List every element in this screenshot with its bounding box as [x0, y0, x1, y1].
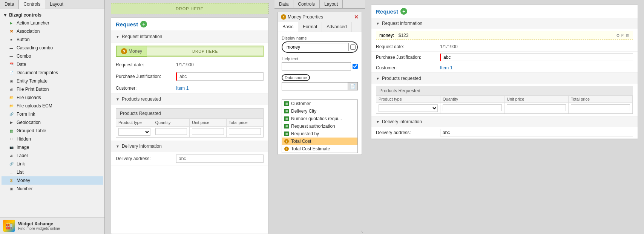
cell-product-type[interactable] [116, 127, 153, 137]
cell-total-price[interactable] [227, 127, 264, 137]
sidebar-tabs: Data Controls Layout [0, 0, 104, 9]
help-text-checkbox[interactable] [353, 64, 358, 69]
sidebar-item-label[interactable]: ⛸ Label [2, 151, 103, 160]
preview-cell-unit-price[interactable] [504, 103, 569, 113]
preview-cell-quantity[interactable] [440, 103, 504, 113]
money-widget-button[interactable]: $ Money [116, 46, 147, 57]
sidebar-item-date[interactable]: 📅 Date [2, 60, 103, 69]
quantity-input[interactable] [155, 128, 187, 135]
table-row [116, 126, 263, 137]
money-gear-icon[interactable]: ⚙ [616, 33, 620, 38]
tab-data[interactable]: Data [0, 0, 19, 9]
preview-purchase-just-input[interactable] [440, 54, 633, 61]
tab-controls[interactable]: Controls [19, 0, 45, 9]
money-icon: $ [8, 177, 14, 184]
preview-add-button[interactable]: + [400, 8, 407, 15]
help-text-input[interactable] [282, 62, 351, 70]
sidebar-item-action-launcher[interactable]: ► Action Launcher [2, 19, 103, 27]
sidebar-item-cascading-combo[interactable]: ▬ Cascading combo [2, 44, 103, 52]
preview-cell-product-type[interactable] [376, 103, 440, 113]
outer-tab-layout[interactable]: Layout [320, 0, 343, 8]
sidebar-item-list[interactable]: ☰ List [2, 168, 103, 176]
display-name-label: Display name [282, 36, 358, 40]
prop-tab-advanced[interactable]: Advanced [322, 22, 351, 32]
prop-tab-format[interactable]: Format [298, 22, 322, 32]
sidebar-item-association[interactable]: ✖ Association [2, 27, 103, 35]
drop-zone-top[interactable]: DROP HERE [111, 3, 268, 14]
sidebar-item-hidden[interactable]: □ Hidden [2, 135, 103, 143]
preview-delivery-chevron[interactable]: ▼ [376, 120, 380, 124]
sidebar-item-file-uploads[interactable]: 📂 File uploads [2, 93, 103, 102]
unit-price-input[interactable] [192, 128, 224, 135]
list-icon: ☰ [8, 169, 14, 175]
sidebar-item-geolocation[interactable]: ▶ Geolocation [2, 118, 103, 127]
sidebar-item-combo[interactable]: ▬ Combo [2, 52, 103, 60]
widget-xchange-bar[interactable]: 🏭 Widget Xchange Find more widgets onlin… [0, 217, 104, 234]
preview-field-purchase-just: Purchase Justification: [371, 52, 638, 63]
form-preview: Request + ▼ Request information money: $… [365, 0, 644, 234]
sidebar-item-button[interactable]: ■ Button [2, 35, 103, 44]
money-field-action-icons: ⚙ ⎘ 🗑 [616, 33, 630, 38]
sidebar-item-entity-template[interactable]: ▣ Entity Template [2, 77, 103, 85]
preview-section-delivery: ▼ Delivery information Delivery address: [371, 116, 638, 139]
dropdown-item-number-quotations[interactable]: ▦ Number quotatios requi... [282, 115, 357, 122]
products-collapse-icon[interactable]: ▼ [116, 97, 120, 101]
delivery-city-icon: ▦ [284, 109, 289, 113]
section-collapse-icon[interactable]: ▼ [116, 35, 120, 39]
preview-request-info-title: Request information [382, 21, 422, 26]
dropdown-item-requested-by[interactable]: ▦ Requested by [282, 130, 357, 138]
dropdown-item-total-cost[interactable]: $ Total Cost [282, 138, 357, 145]
cell-quantity[interactable] [153, 127, 190, 137]
form-card-header: Request + [111, 18, 268, 31]
outer-tab-data[interactable]: Data [274, 0, 293, 8]
label-icon: ⛸ [8, 153, 14, 159]
grouped-table-icon: ▦ [8, 128, 14, 134]
data-source-input[interactable] [282, 83, 348, 90]
sidebar-item-file-uploads-ecm[interactable]: 📂 File uploads ECM [2, 102, 103, 110]
outer-tab-controls[interactable]: Controls [293, 0, 320, 8]
dropdown-item-request-auth[interactable]: ▦ Request authorization [282, 122, 357, 130]
sidebar-item-grouped-table[interactable]: ▦ Grouped Table [2, 127, 103, 135]
cell-unit-price[interactable] [190, 127, 227, 137]
sidebar-item-money[interactable]: $ Money [2, 176, 103, 185]
display-name-input[interactable] [284, 43, 349, 51]
drop-zone-inline[interactable]: DROP HERE [147, 47, 263, 55]
display-name-checkbox[interactable] [350, 44, 356, 50]
money-delete-icon[interactable]: 🗑 [626, 33, 630, 38]
tab-layout[interactable]: Layout [45, 0, 68, 9]
data-source-input-row: 📄 [282, 82, 358, 90]
display-name-group: Display name [282, 36, 358, 53]
preview-total-price-input[interactable] [571, 104, 630, 111]
sidebar-item-image[interactable]: 📷 Image [2, 143, 103, 151]
total-price-input[interactable] [229, 128, 261, 135]
preview-request-chevron[interactable]: ▼ [376, 21, 380, 26]
hidden-icon: □ [8, 136, 14, 142]
sidebar-item-file-print-button[interactable]: 🖨 File Print Button [2, 85, 103, 93]
dialog-close-button[interactable]: ✕ [354, 14, 359, 20]
purchase-just-input[interactable] [176, 72, 264, 81]
dropdown-item-total-cost-estimate[interactable]: $ Total Cost Estimate [282, 145, 357, 153]
dropdown-item-customer[interactable]: ▦ Customer [282, 100, 357, 107]
money-field-label: money: [379, 33, 394, 38]
add-field-button[interactable]: + [140, 21, 147, 28]
preview-unit-price-input[interactable] [507, 104, 566, 111]
preview-cell-total-price[interactable] [569, 103, 633, 113]
preview-delivery-address-input[interactable] [440, 129, 633, 136]
preview-products-chevron[interactable]: ▼ [376, 76, 380, 81]
sidebar-item-number[interactable]: ▣ Number [2, 185, 103, 193]
data-source-browse-button[interactable]: 📄 [348, 83, 357, 90]
preview-products-table-header: Products Requested [376, 86, 633, 95]
prop-tab-basic[interactable]: Basic [278, 22, 298, 32]
preview-quantity-input[interactable] [443, 104, 502, 111]
preview-product-type-select[interactable] [379, 104, 438, 112]
delivery-collapse-icon[interactable]: ▼ [116, 144, 120, 148]
delivery-address-input[interactable] [176, 154, 264, 163]
sidebar-item-document-templates[interactable]: 📄 Document templates [2, 69, 103, 77]
dialog-resize-handle[interactable]: ↘ [360, 229, 364, 233]
controls-tree: ▼ Bizagi controls ► Action Launcher ✖ As… [0, 9, 104, 217]
dropdown-item-delivery-city[interactable]: ▦ Delivery City [282, 107, 357, 115]
sidebar-item-form-link[interactable]: 🔗 Form link [2, 110, 103, 118]
sidebar-item-link[interactable]: 🔗 Link [2, 160, 103, 168]
product-type-select[interactable] [118, 128, 150, 136]
money-copy-icon[interactable]: ⎘ [621, 33, 624, 38]
